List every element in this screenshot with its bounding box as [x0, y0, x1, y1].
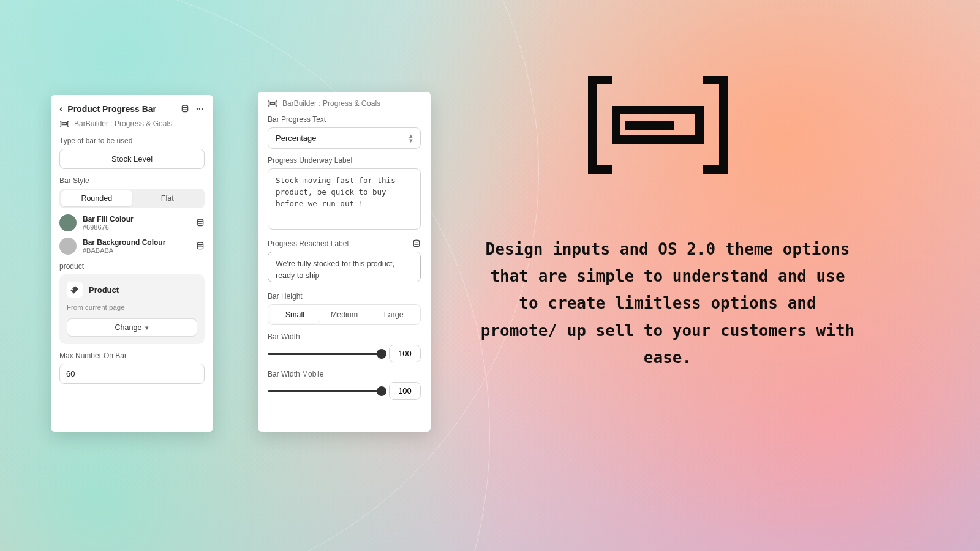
max-number-input[interactable] [59, 364, 205, 384]
svg-rect-16 [625, 121, 674, 130]
back-button[interactable]: ‹ [59, 103, 62, 114]
svg-point-2 [199, 108, 200, 110]
bh-label: Bar Height [268, 292, 421, 301]
bar-height-segment: Small Medium Large [268, 304, 421, 325]
bg-name: Bar Background Colour [83, 238, 190, 247]
bwm-label: Bar Width Mobile [268, 370, 421, 378]
database-icon[interactable] [196, 219, 205, 227]
type-label: Type of bar to be used [59, 137, 205, 145]
database-icon[interactable] [196, 242, 205, 250]
max-label: Max Number On Bar [59, 351, 205, 360]
bg-colour-row[interactable]: Bar Background Colour #BABABA [59, 238, 205, 255]
svg-point-6 [197, 242, 203, 245]
bg-swatch [59, 238, 77, 255]
seg-small[interactable]: Small [270, 307, 320, 323]
fill-swatch [59, 214, 77, 231]
seg-flat[interactable]: Flat [132, 190, 203, 206]
brand-logo [588, 76, 728, 174]
settings-panel-right: BarBuilder : Progress & Goals Bar Progre… [258, 92, 431, 432]
app-logo-icon [59, 120, 69, 127]
pr-textarea[interactable] [268, 252, 421, 282]
database-icon[interactable] [412, 239, 421, 248]
svg-point-1 [197, 108, 198, 110]
bar-style-segment: Rounded Flat [59, 189, 205, 208]
bg-hex: #BABABA [83, 247, 190, 254]
svg-rect-4 [62, 123, 67, 125]
product-icon [67, 282, 83, 298]
settings-panel-left: ‹ Product Progress Bar BarBuilder : Prog… [51, 95, 213, 432]
svg-point-0 [182, 105, 187, 108]
svg-rect-14 [703, 165, 728, 174]
select-stepper-icon: ▴▾ [409, 133, 413, 142]
pu-textarea[interactable] [268, 168, 421, 230]
marketing-copy: Design inputs and OS 2.0 theme options t… [478, 236, 858, 371]
bar-width-mobile-slider[interactable] [268, 390, 382, 392]
bar-width-mobile-input[interactable] [389, 382, 421, 400]
seg-large[interactable]: Large [369, 307, 418, 323]
type-select[interactable]: Stock Level [59, 149, 205, 169]
svg-point-8 [413, 240, 419, 242]
bar-width-input[interactable] [389, 345, 421, 362]
fill-hex: #698676 [83, 223, 190, 231]
bpt-select[interactable]: Percentage ▴▾ [268, 127, 421, 149]
style-label: Bar Style [59, 176, 205, 185]
svg-rect-7 [271, 103, 275, 105]
svg-point-3 [202, 108, 203, 110]
seg-rounded[interactable]: Rounded [61, 190, 132, 206]
product-name: Product [89, 285, 119, 294]
svg-rect-11 [588, 165, 612, 174]
product-label: product [59, 262, 205, 271]
seg-medium[interactable]: Medium [320, 307, 369, 323]
bar-width-slider[interactable] [268, 353, 382, 355]
database-icon[interactable] [180, 104, 190, 114]
pu-label: Progress Underway Label [268, 156, 421, 165]
app-logo-icon [268, 100, 277, 107]
more-icon[interactable] [195, 104, 205, 114]
change-button[interactable]: Change ▾ [67, 318, 197, 337]
product-card: Product From current page Change ▾ [59, 274, 205, 344]
chevron-down-icon: ▾ [145, 324, 149, 332]
svg-point-5 [197, 219, 203, 222]
bpt-label: Bar Progress Text [268, 115, 421, 124]
fill-name: Bar Fill Colour [83, 215, 190, 223]
svg-rect-13 [719, 76, 728, 174]
fill-colour-row[interactable]: Bar Fill Colour #698676 [59, 214, 205, 231]
pr-label: Progress Reached Label [268, 239, 349, 248]
product-sub: From current page [67, 304, 197, 311]
app-label: BarBuilder : Progress & Goals [282, 99, 380, 108]
app-label: BarBuilder : Progress & Goals [74, 119, 172, 128]
panel-title: Product Progress Bar [67, 104, 175, 114]
bw-label: Bar Width [268, 332, 421, 341]
svg-rect-10 [588, 76, 597, 174]
